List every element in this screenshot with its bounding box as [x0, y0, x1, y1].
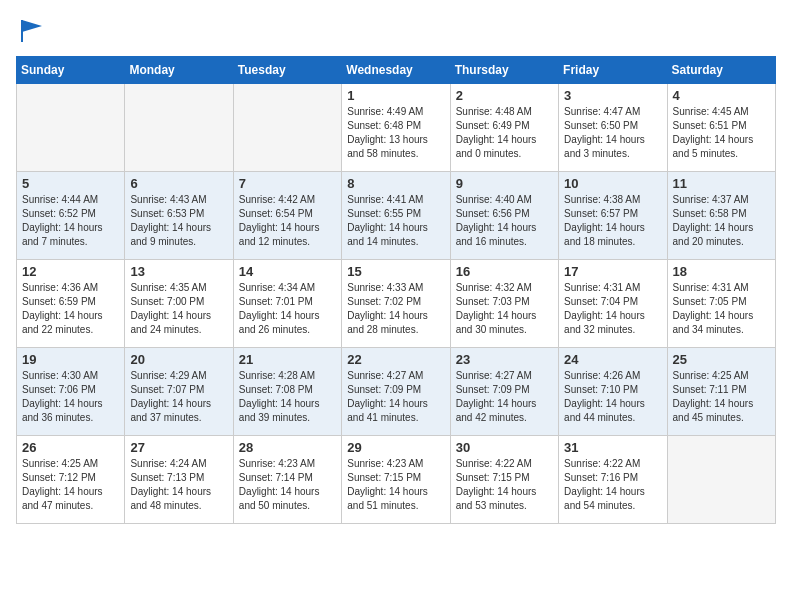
calendar-cell: 4Sunrise: 4:45 AMSunset: 6:51 PMDaylight… — [667, 84, 775, 172]
day-number: 21 — [239, 352, 336, 367]
day-number: 17 — [564, 264, 661, 279]
calendar-table: SundayMondayTuesdayWednesdayThursdayFrid… — [16, 56, 776, 524]
calendar-week-row: 26Sunrise: 4:25 AMSunset: 7:12 PMDayligh… — [17, 436, 776, 524]
calendar-cell: 21Sunrise: 4:28 AMSunset: 7:08 PMDayligh… — [233, 348, 341, 436]
calendar-cell: 10Sunrise: 4:38 AMSunset: 6:57 PMDayligh… — [559, 172, 667, 260]
calendar-cell: 13Sunrise: 4:35 AMSunset: 7:00 PMDayligh… — [125, 260, 233, 348]
day-info: Sunrise: 4:36 AMSunset: 6:59 PMDaylight:… — [22, 281, 119, 337]
day-number: 7 — [239, 176, 336, 191]
calendar-cell — [233, 84, 341, 172]
calendar-cell: 25Sunrise: 4:25 AMSunset: 7:11 PMDayligh… — [667, 348, 775, 436]
day-number: 11 — [673, 176, 770, 191]
day-number: 6 — [130, 176, 227, 191]
calendar-cell: 19Sunrise: 4:30 AMSunset: 7:06 PMDayligh… — [17, 348, 125, 436]
day-info: Sunrise: 4:23 AMSunset: 7:14 PMDaylight:… — [239, 457, 336, 513]
day-info: Sunrise: 4:35 AMSunset: 7:00 PMDaylight:… — [130, 281, 227, 337]
svg-marker-0 — [22, 20, 42, 32]
day-number: 10 — [564, 176, 661, 191]
day-info: Sunrise: 4:27 AMSunset: 7:09 PMDaylight:… — [456, 369, 553, 425]
day-number: 4 — [673, 88, 770, 103]
day-info: Sunrise: 4:22 AMSunset: 7:16 PMDaylight:… — [564, 457, 661, 513]
day-number: 12 — [22, 264, 119, 279]
day-info: Sunrise: 4:26 AMSunset: 7:10 PMDaylight:… — [564, 369, 661, 425]
calendar-cell: 15Sunrise: 4:33 AMSunset: 7:02 PMDayligh… — [342, 260, 450, 348]
day-info: Sunrise: 4:34 AMSunset: 7:01 PMDaylight:… — [239, 281, 336, 337]
logo — [16, 16, 46, 44]
day-number: 19 — [22, 352, 119, 367]
day-info: Sunrise: 4:30 AMSunset: 7:06 PMDaylight:… — [22, 369, 119, 425]
calendar-cell: 27Sunrise: 4:24 AMSunset: 7:13 PMDayligh… — [125, 436, 233, 524]
calendar-cell: 24Sunrise: 4:26 AMSunset: 7:10 PMDayligh… — [559, 348, 667, 436]
day-info: Sunrise: 4:41 AMSunset: 6:55 PMDaylight:… — [347, 193, 444, 249]
calendar-cell: 26Sunrise: 4:25 AMSunset: 7:12 PMDayligh… — [17, 436, 125, 524]
calendar-cell: 17Sunrise: 4:31 AMSunset: 7:04 PMDayligh… — [559, 260, 667, 348]
day-number: 3 — [564, 88, 661, 103]
col-header-friday: Friday — [559, 57, 667, 84]
calendar-cell: 18Sunrise: 4:31 AMSunset: 7:05 PMDayligh… — [667, 260, 775, 348]
calendar-cell: 22Sunrise: 4:27 AMSunset: 7:09 PMDayligh… — [342, 348, 450, 436]
day-number: 28 — [239, 440, 336, 455]
calendar-week-row: 1Sunrise: 4:49 AMSunset: 6:48 PMDaylight… — [17, 84, 776, 172]
day-info: Sunrise: 4:37 AMSunset: 6:58 PMDaylight:… — [673, 193, 770, 249]
day-number: 20 — [130, 352, 227, 367]
calendar-cell: 8Sunrise: 4:41 AMSunset: 6:55 PMDaylight… — [342, 172, 450, 260]
page-header — [16, 16, 776, 44]
day-info: Sunrise: 4:45 AMSunset: 6:51 PMDaylight:… — [673, 105, 770, 161]
day-info: Sunrise: 4:33 AMSunset: 7:02 PMDaylight:… — [347, 281, 444, 337]
day-info: Sunrise: 4:24 AMSunset: 7:13 PMDaylight:… — [130, 457, 227, 513]
day-number: 31 — [564, 440, 661, 455]
day-number: 26 — [22, 440, 119, 455]
calendar-cell: 2Sunrise: 4:48 AMSunset: 6:49 PMDaylight… — [450, 84, 558, 172]
day-number: 27 — [130, 440, 227, 455]
day-info: Sunrise: 4:27 AMSunset: 7:09 PMDaylight:… — [347, 369, 444, 425]
day-number: 9 — [456, 176, 553, 191]
day-info: Sunrise: 4:32 AMSunset: 7:03 PMDaylight:… — [456, 281, 553, 337]
day-info: Sunrise: 4:31 AMSunset: 7:05 PMDaylight:… — [673, 281, 770, 337]
calendar-cell: 11Sunrise: 4:37 AMSunset: 6:58 PMDayligh… — [667, 172, 775, 260]
day-info: Sunrise: 4:25 AMSunset: 7:12 PMDaylight:… — [22, 457, 119, 513]
day-number: 5 — [22, 176, 119, 191]
calendar-cell: 29Sunrise: 4:23 AMSunset: 7:15 PMDayligh… — [342, 436, 450, 524]
day-info: Sunrise: 4:42 AMSunset: 6:54 PMDaylight:… — [239, 193, 336, 249]
day-number: 8 — [347, 176, 444, 191]
calendar-week-row: 19Sunrise: 4:30 AMSunset: 7:06 PMDayligh… — [17, 348, 776, 436]
calendar-cell — [667, 436, 775, 524]
day-number: 30 — [456, 440, 553, 455]
day-number: 24 — [564, 352, 661, 367]
calendar-cell: 16Sunrise: 4:32 AMSunset: 7:03 PMDayligh… — [450, 260, 558, 348]
day-number: 14 — [239, 264, 336, 279]
calendar-cell: 12Sunrise: 4:36 AMSunset: 6:59 PMDayligh… — [17, 260, 125, 348]
col-header-monday: Monday — [125, 57, 233, 84]
calendar-cell: 14Sunrise: 4:34 AMSunset: 7:01 PMDayligh… — [233, 260, 341, 348]
day-number: 18 — [673, 264, 770, 279]
calendar-cell: 23Sunrise: 4:27 AMSunset: 7:09 PMDayligh… — [450, 348, 558, 436]
calendar-cell: 1Sunrise: 4:49 AMSunset: 6:48 PMDaylight… — [342, 84, 450, 172]
day-info: Sunrise: 4:40 AMSunset: 6:56 PMDaylight:… — [456, 193, 553, 249]
day-info: Sunrise: 4:47 AMSunset: 6:50 PMDaylight:… — [564, 105, 661, 161]
day-info: Sunrise: 4:43 AMSunset: 6:53 PMDaylight:… — [130, 193, 227, 249]
calendar-cell: 7Sunrise: 4:42 AMSunset: 6:54 PMDaylight… — [233, 172, 341, 260]
col-header-tuesday: Tuesday — [233, 57, 341, 84]
calendar-cell: 31Sunrise: 4:22 AMSunset: 7:16 PMDayligh… — [559, 436, 667, 524]
day-number: 2 — [456, 88, 553, 103]
calendar-week-row: 12Sunrise: 4:36 AMSunset: 6:59 PMDayligh… — [17, 260, 776, 348]
calendar-cell: 5Sunrise: 4:44 AMSunset: 6:52 PMDaylight… — [17, 172, 125, 260]
day-number: 22 — [347, 352, 444, 367]
day-info: Sunrise: 4:31 AMSunset: 7:04 PMDaylight:… — [564, 281, 661, 337]
day-info: Sunrise: 4:22 AMSunset: 7:15 PMDaylight:… — [456, 457, 553, 513]
day-number: 29 — [347, 440, 444, 455]
day-info: Sunrise: 4:29 AMSunset: 7:07 PMDaylight:… — [130, 369, 227, 425]
col-header-sunday: Sunday — [17, 57, 125, 84]
calendar-cell: 20Sunrise: 4:29 AMSunset: 7:07 PMDayligh… — [125, 348, 233, 436]
day-info: Sunrise: 4:23 AMSunset: 7:15 PMDaylight:… — [347, 457, 444, 513]
day-number: 15 — [347, 264, 444, 279]
day-number: 23 — [456, 352, 553, 367]
day-number: 16 — [456, 264, 553, 279]
day-number: 1 — [347, 88, 444, 103]
day-number: 25 — [673, 352, 770, 367]
calendar-cell: 28Sunrise: 4:23 AMSunset: 7:14 PMDayligh… — [233, 436, 341, 524]
day-info: Sunrise: 4:25 AMSunset: 7:11 PMDaylight:… — [673, 369, 770, 425]
day-info: Sunrise: 4:48 AMSunset: 6:49 PMDaylight:… — [456, 105, 553, 161]
col-header-wednesday: Wednesday — [342, 57, 450, 84]
col-header-saturday: Saturday — [667, 57, 775, 84]
